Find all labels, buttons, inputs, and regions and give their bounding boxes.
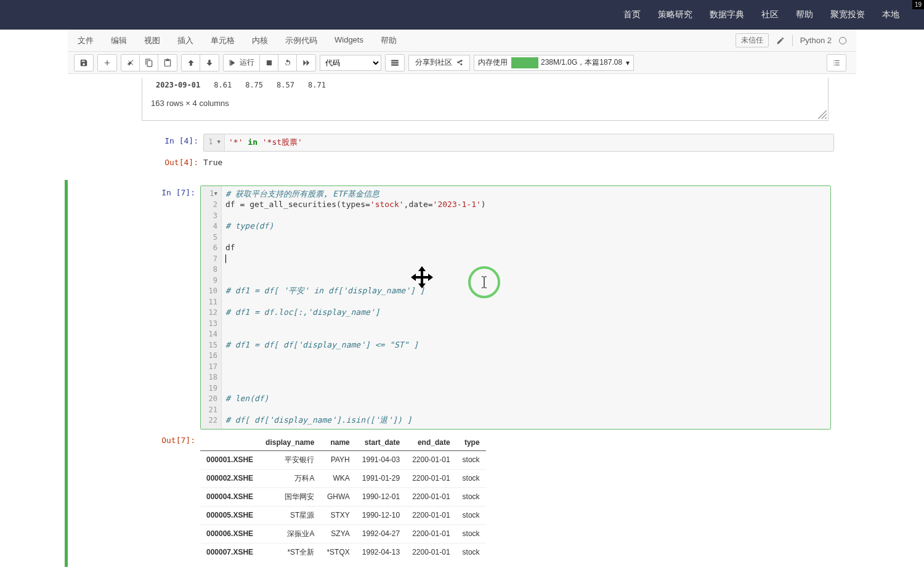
copy-icon[interactable] (140, 55, 158, 71)
command-palette-icon[interactable] (386, 55, 404, 71)
edit-icon[interactable] (776, 36, 785, 45)
topnav-link[interactable]: 本地 (882, 9, 899, 20)
memory-indicator[interactable]: 内存使用 238M/1.0G，本篇187.08 ▾ (474, 55, 634, 71)
resize-grip-icon[interactable] (818, 110, 827, 119)
table-header: name (320, 434, 355, 451)
table-header: start_date (356, 434, 406, 451)
previous-output-scroll[interactable]: 2023-09-018.618.758.578.71 163 rows × 4 … (142, 74, 829, 124)
menu-item[interactable]: 帮助 (381, 35, 397, 46)
svg-rect-1 (266, 60, 271, 65)
move-up-icon[interactable] (182, 55, 200, 71)
restart-icon[interactable] (278, 55, 297, 71)
topnav-link[interactable]: 策略研究 (658, 9, 692, 20)
table-row: 000002.XSHE万科AWKA1991-01-292200-01-01sto… (200, 469, 486, 487)
table-header: end_date (406, 434, 456, 451)
topnav-link[interactable]: 数据字典 (710, 9, 744, 20)
toolbar: 运行 代码 分享到社区 内存使用 238M/1.0G，本篇187.08 ▾ (68, 52, 856, 74)
out-value: True (203, 155, 856, 169)
table-row: 000001.XSHE平安银行PAYH1991-04-032200-01-01s… (200, 450, 486, 469)
topnav-link[interactable]: 首页 (623, 9, 641, 20)
interrupt-icon[interactable] (260, 55, 278, 71)
trust-indicator[interactable]: 未信任 (736, 33, 769, 47)
toc-icon[interactable] (827, 55, 846, 71)
topnav-menu: 首页策略研究数据字典社区帮助聚宽投资本地 (623, 9, 899, 20)
menu-item[interactable]: Widgets (334, 35, 363, 46)
menu-items: 文件编辑视图插入单元格内核示例代码Widgets帮助 (78, 35, 397, 46)
svg-rect-4 (391, 64, 399, 65)
dataframe-table: display_namenamestart_dateend_datetype 0… (200, 434, 486, 561)
out-prompt: Out[7]: (139, 433, 200, 561)
menu-item[interactable]: 内核 (252, 35, 268, 46)
svg-rect-3 (391, 62, 399, 63)
prev-mini-table: 2023-09-018.618.758.578.71 (148, 78, 333, 92)
move-down-icon[interactable] (200, 55, 219, 71)
svg-rect-2 (391, 60, 399, 61)
menu-item[interactable]: 插入 (177, 35, 193, 46)
menu-item[interactable]: 文件 (78, 35, 94, 46)
run-button[interactable]: 运行 (224, 55, 260, 71)
add-cell-icon[interactable] (98, 55, 116, 71)
menu-item[interactable]: 视图 (144, 35, 160, 46)
cell-in-4[interactable]: In [4]: 1 ▼ '*' in '*st股票' (68, 132, 856, 153)
in-prompt: In [7]: (139, 185, 200, 429)
share-button[interactable]: 分享到社区 (408, 55, 470, 71)
run-all-icon[interactable] (297, 55, 315, 71)
menu-item[interactable]: 示例代码 (285, 35, 317, 46)
table-header: type (456, 434, 486, 451)
out-prompt: Out[4]: (142, 155, 203, 169)
paste-icon[interactable] (158, 55, 177, 71)
menu-item[interactable]: 单元格 (211, 35, 235, 46)
cell-out-4: Out[4]: True (68, 153, 856, 171)
code-editor[interactable]: 1 ▼ '*' in '*st股票' (203, 134, 834, 152)
cell-in-7[interactable]: In [7]: 1 ▼23456789101112131415161718192… (68, 184, 856, 431)
topnav-link[interactable]: 社区 (761, 9, 779, 20)
notification-badge[interactable]: 19 (912, 0, 924, 9)
top-navigation: 首页策略研究数据字典社区帮助聚宽投资本地 19 (0, 0, 924, 30)
table-header: display_name (259, 434, 320, 451)
kernel-name[interactable]: Python 2 (800, 36, 832, 45)
menubar: 文件编辑视图插入单元格内核示例代码Widgets帮助 未信任 Python 2 (68, 30, 856, 52)
table-row: 000007.XSHE*ST全新*STQX1992-04-132200-01-0… (200, 543, 486, 561)
cell-out-7: Out[7]: display_namenamestart_dateend_da… (68, 431, 856, 563)
menu-item[interactable]: 编辑 (111, 35, 127, 46)
in-prompt: In [4]: (142, 134, 203, 152)
memory-bar (511, 57, 538, 68)
celltype-select[interactable]: 代码 (320, 55, 381, 71)
save-icon[interactable] (75, 55, 93, 71)
table-row: 000005.XSHEST星源STXY1990-12-102200-01-01s… (200, 506, 486, 524)
shape-text: 163 rows × 4 columns (148, 92, 822, 110)
table-row: 000006.XSHE深振业ASZYA1992-04-272200-01-01s… (200, 524, 486, 543)
kernel-idle-icon (839, 37, 846, 44)
svg-rect-0 (230, 60, 230, 65)
topnav-link[interactable]: 帮助 (796, 9, 813, 20)
table-row: 000004.XSHE国华网安GHWA1990-12-012200-01-01s… (200, 487, 486, 506)
notebook-area: 2023-09-018.618.758.578.71 163 rows × 4 … (68, 74, 856, 578)
code-editor-main[interactable]: 1 ▼2345678910111213141516171819202122 # … (200, 185, 831, 429)
cut-icon[interactable] (121, 55, 140, 71)
topnav-link[interactable]: 聚宽投资 (830, 9, 865, 20)
